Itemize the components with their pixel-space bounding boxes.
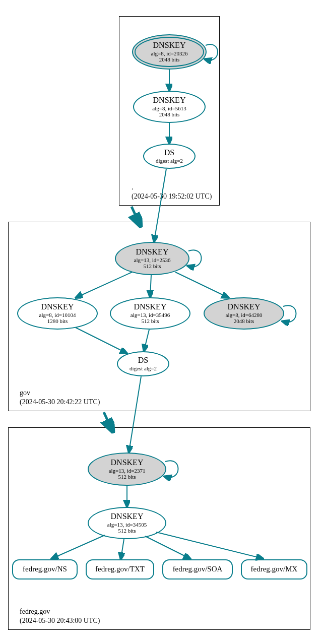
node-sub2: 512 bits: [118, 474, 136, 480]
node-sub2: 512 bits: [118, 528, 136, 534]
zone-root-label: . (2024-05-30 19:52:02 UTC): [132, 183, 212, 201]
zone-root-name: .: [132, 183, 212, 192]
node-title: DNSKEY: [41, 302, 74, 311]
node-sub1: alg=13, id=2536: [134, 257, 171, 264]
node-rr-ns: fedreg.gov/NS: [12, 559, 78, 579]
node-title: fedreg.gov/MX: [251, 565, 298, 573]
node-gov-ksk: DNSKEY alg=13, id=2536 512 bits: [115, 242, 189, 275]
node-title: DNSKEY: [228, 302, 261, 311]
node-fed-zsk: DNSKEY alg=13, id=34505 512 bits: [88, 507, 166, 539]
svg-line-9: [104, 412, 110, 426]
node-sub1: alg=13, id=35496: [131, 312, 170, 318]
node-sub2: 2048 bits: [159, 56, 180, 63]
node-title: fedreg.gov/NS: [23, 565, 67, 573]
node-sub2: 2048 bits: [234, 318, 254, 325]
node-rr-txt: fedreg.gov/TXT: [86, 559, 154, 579]
node-title: fedreg.gov/TXT: [95, 565, 145, 573]
node-title: DS: [138, 356, 148, 365]
zone-fedreg-label: fedreg.gov (2024-05-30 20:43:00 UTC): [20, 607, 100, 625]
node-sub2: 2048 bits: [159, 111, 180, 118]
node-root-ksk: DNSKEY alg=8, id=20326 2048 bits: [132, 34, 207, 70]
node-title: DS: [164, 148, 174, 157]
node-title: fedreg.gov/SOA: [173, 565, 223, 573]
node-rr-mx: fedreg.gov/MX: [241, 559, 307, 579]
node-title: DNSKEY: [153, 41, 186, 50]
zone-gov-ts: (2024-05-30 20:42:22 UTC): [20, 398, 100, 407]
svg-line-2: [132, 207, 138, 221]
zone-fedreg-name: fedreg.gov: [20, 607, 100, 616]
node-sub2: 1280 bits: [47, 318, 68, 325]
node-sub1: alg=8, id=64280: [226, 312, 263, 318]
node-sub1: alg=8, id=5613: [152, 105, 186, 112]
node-sub2: 512 bits: [141, 318, 159, 325]
node-sub1: alg=8, id=10104: [39, 312, 76, 318]
node-sub1: alg=13, id=2371: [109, 468, 146, 474]
node-fed-ksk: DNSKEY alg=13, id=2371 512 bits: [88, 453, 166, 486]
node-title: DNSKEY: [136, 247, 169, 256]
zone-gov-name: gov: [20, 389, 100, 398]
node-gov-ds: DS digest alg=2: [117, 351, 169, 376]
node-title: DNSKEY: [111, 458, 144, 467]
node-sub1: digest alg=2: [130, 365, 157, 372]
node-sub1: alg=13, id=34505: [107, 522, 147, 528]
node-title: DNSKEY: [111, 512, 144, 521]
node-sub1: alg=8, id=20326: [151, 50, 188, 57]
node-gov-k2: DNSKEY alg=13, id=35496 512 bits: [110, 297, 190, 330]
node-sub1: digest alg=2: [156, 158, 183, 164]
zone-gov-label: gov (2024-05-30 20:42:22 UTC): [20, 389, 100, 407]
zone-root-ts: (2024-05-30 19:52:02 UTC): [132, 192, 212, 201]
node-rr-soa: fedreg.gov/SOA: [162, 559, 233, 579]
zone-fedreg-ts: (2024-05-30 20:43:00 UTC): [20, 616, 100, 625]
node-title: DNSKEY: [153, 96, 186, 105]
node-title: DNSKEY: [134, 302, 167, 311]
node-gov-k1: DNSKEY alg=8, id=10104 1280 bits: [17, 297, 98, 330]
node-gov-k3: DNSKEY alg=8, id=64280 2048 bits: [204, 297, 284, 330]
node-sub2: 512 bits: [143, 263, 161, 270]
node-root-zsk: DNSKEY alg=8, id=5613 2048 bits: [133, 91, 206, 123]
node-root-ds: DS digest alg=2: [143, 144, 196, 169]
